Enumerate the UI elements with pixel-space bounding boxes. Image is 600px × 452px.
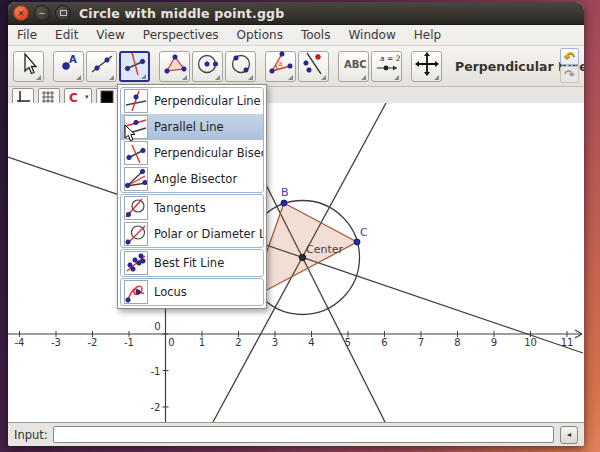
graphics-canvas[interactable]: -4-3-2-1012345678910110-1-2 B C Center [8,103,584,422]
application-window: × − Circle with middle point.ggb FileEdi… [8,2,584,446]
undo-button[interactable]: ↶ [560,48,579,65]
menubar: FileEditViewPerspectivesOptionsToolsWind… [8,25,584,46]
tool-options-arrow-icon [109,75,114,80]
svg-text:9: 9 [491,337,497,348]
menu-item-label: Parallel Line [154,120,224,134]
svg-text:-2: -2 [151,402,161,413]
menu-view[interactable]: View [87,28,133,42]
tool-options-arrow-icon [394,75,399,80]
svg-text:-4: -4 [15,337,25,348]
point-center[interactable] [299,254,305,260]
maximize-button[interactable] [55,5,71,21]
menu-item-parallel-line[interactable]: Parallel Line [121,114,263,140]
undo-icon: ↶ [564,50,575,63]
menu-item-polar-or-diameter-line[interactable]: Polar or Diameter Line [121,221,263,247]
text-tool-button[interactable]: ABC [338,51,369,82]
m-perp-line-icon [124,89,148,113]
graphics-view[interactable]: -4-3-2-1012345678910110-1-2 B C Center [8,103,584,422]
svg-text:-1: -1 [124,337,134,348]
tool-options-arrow-icon [434,75,439,80]
svg-text:-3: -3 [51,337,61,348]
m-perp-bisector-icon [124,141,148,165]
point-c-label: C [360,226,368,239]
svg-text:A: A [69,54,77,65]
tool-menu-group: TangentsPolar or Diameter Line [120,194,264,248]
svg-text:-1: -1 [151,366,161,377]
minimize-button[interactable]: − [34,5,50,21]
close-button[interactable]: × [13,5,29,21]
menu-edit[interactable]: Edit [46,28,87,42]
tool-options-arrow-icon [248,75,253,80]
maximize-icon [60,10,67,16]
menu-item-perpendicular-bisector[interactable]: Perpendicular Bisector [121,140,263,166]
reflect-tool-button[interactable] [298,51,329,82]
svg-text:a = 2: a = 2 [380,54,400,63]
axis-ticks: -4-3-2-1012345678910110-1-2 [15,321,574,413]
m-locus-icon [124,280,148,304]
menu-item-label: Best Fit Line [154,256,224,270]
titlebar[interactable]: × − Circle with middle point.ggb [8,2,584,25]
svg-text:8: 8 [454,337,460,348]
svg-text:7: 7 [418,337,424,348]
menu-item-perpendicular-line[interactable]: Perpendicular Line [121,88,263,114]
dropdown-caret-icon: ▾ [85,93,89,101]
tool-options-arrow-icon [182,75,187,80]
redo-button[interactable]: ↷ [560,66,579,83]
move-graphics-view-tool-button[interactable] [411,51,442,82]
input-help-button[interactable]: ◂ [560,426,578,444]
menu-window[interactable]: Window [339,28,404,42]
svg-text:C: C [69,90,78,104]
angle-tool-button[interactable]: a [265,51,296,82]
window-title: Circle with middle point.ggb [79,6,284,21]
input-label: Input: [14,428,48,442]
tool-options-arrow-icon [76,75,81,80]
circle-center-point-tool-button[interactable] [192,51,223,82]
center-label: Center [306,243,344,256]
svg-text:2: 2 [235,337,241,348]
point-b[interactable] [281,200,287,206]
menu-file[interactable]: File [8,28,46,42]
menu-help[interactable]: Help [405,28,450,42]
m-tangents-icon [124,196,148,220]
point-c[interactable] [354,239,360,245]
redo-icon: ↷ [564,68,575,81]
algebra-input-field[interactable] [53,426,554,443]
input-help-icon: ◂ [567,430,571,439]
svg-text:a: a [278,60,282,68]
menu-item-best-fit-line[interactable]: Best Fit Line [121,250,263,276]
slider-tool-button[interactable]: a = 2 [371,51,402,82]
tool-options-arrow-icon [141,74,146,79]
svg-text:6: 6 [381,337,387,348]
tool-options-arrow-icon [321,75,326,80]
menu-item-angle-bisector[interactable]: Angle Bisector [121,166,263,192]
line-tool-button[interactable] [86,51,117,82]
menu-tools[interactable]: Tools [292,28,340,42]
m-angle-bisector-icon [124,167,148,191]
m-parallel-line-icon [124,115,148,139]
tool-menu-group: Locus [120,278,264,306]
menu-options[interactable]: Options [228,28,292,42]
tool-options-arrow-icon [288,75,293,80]
menu-perspectives[interactable]: Perspectives [134,28,228,42]
tool-options-arrow-icon [215,75,220,80]
line-tools-dropdown-menu: Perpendicular LineParallel LinePerpendic… [117,84,267,309]
svg-text:-2: -2 [88,337,98,348]
undo-redo-panel: ↶ ↷ [560,48,579,83]
menu-item-tangents[interactable]: Tangents [121,195,263,221]
special-lines-tool-button[interactable] [119,51,150,82]
polygon-tool-button[interactable] [159,51,190,82]
move-tool-button[interactable] [13,51,44,82]
point-tool-button[interactable]: A [53,51,84,82]
svg-text:0: 0 [154,321,160,332]
m-polar-icon [124,222,148,246]
circle-two-points-tool-button[interactable] [225,51,256,82]
toolbar: AaABCa = 2 Perpendicular Bisector ↶ ↷ [8,46,584,87]
svg-text:ABC: ABC [344,59,367,70]
menu-item-locus[interactable]: Locus [121,279,263,305]
point-b-label: B [281,186,289,199]
svg-text:10: 10 [524,337,537,348]
input-bar: Input: ◂ [8,422,584,446]
tool-menu-group: Best Fit Line [120,249,264,277]
menu-item-label: Locus [154,285,187,299]
menu-item-label: Polar or Diameter Line [154,227,264,241]
